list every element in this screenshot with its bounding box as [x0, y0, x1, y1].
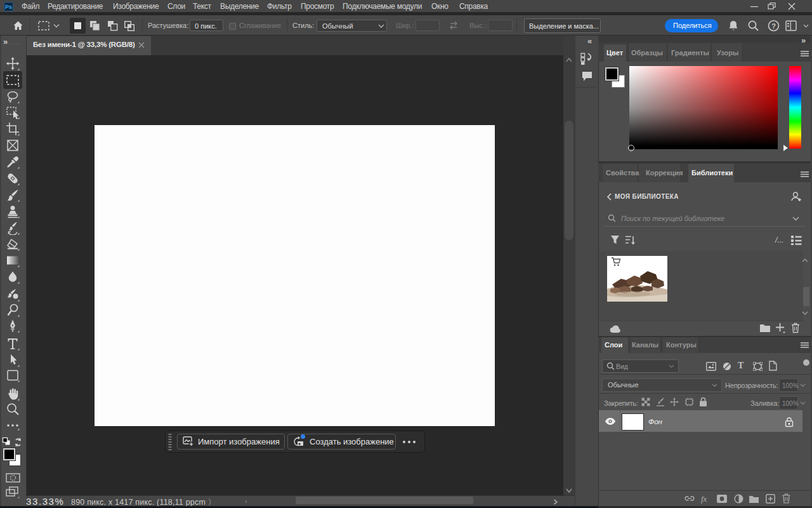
svg-text:?: ? [771, 22, 776, 30]
